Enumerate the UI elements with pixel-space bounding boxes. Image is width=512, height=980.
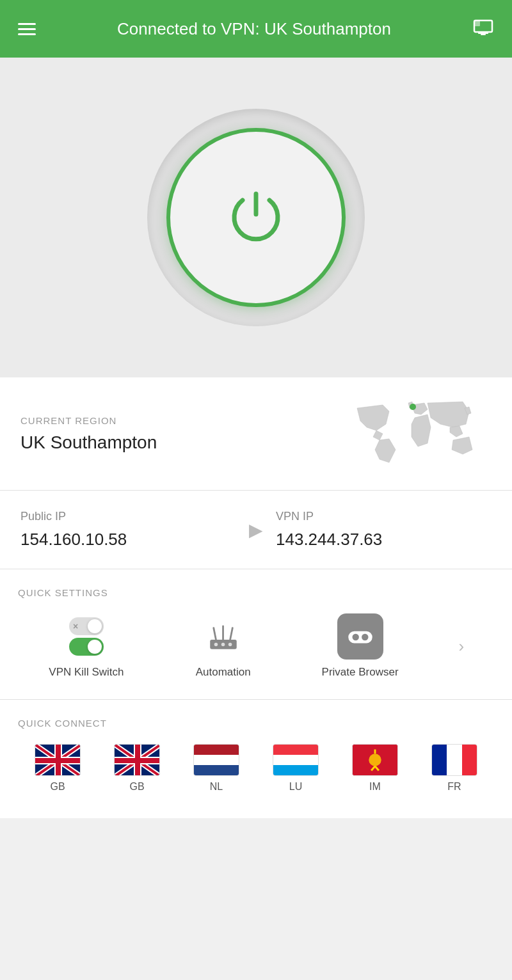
svg-point-36 bbox=[369, 754, 381, 766]
world-map bbox=[351, 395, 492, 472]
svg-rect-25 bbox=[56, 745, 61, 776]
quick-connect-label: QUICK CONNECT bbox=[18, 718, 494, 729]
quick-settings-section: QUICK SETTINGS VPN Kill Switch bbox=[0, 569, 512, 700]
power-button[interactable] bbox=[166, 128, 346, 307]
svg-rect-1 bbox=[478, 32, 488, 34]
header-title: Connected to VPN: UK Southampton bbox=[36, 19, 472, 39]
svg-point-5 bbox=[410, 404, 416, 410]
region-name: UK Southampton bbox=[20, 432, 157, 453]
svg-point-8 bbox=[221, 643, 225, 647]
private-browser-item[interactable]: Private Browser bbox=[316, 613, 405, 679]
flag-item-im[interactable]: IM bbox=[352, 744, 398, 793]
svg-line-10 bbox=[214, 628, 216, 640]
svg-rect-34 bbox=[135, 745, 140, 776]
power-section bbox=[0, 58, 512, 377]
flag-item-gb2[interactable]: GB bbox=[114, 744, 160, 793]
screen-cast-icon[interactable] bbox=[472, 16, 494, 42]
svg-rect-16 bbox=[358, 636, 361, 638]
flag-nl bbox=[193, 744, 239, 776]
flag-item-nl[interactable]: NL bbox=[193, 744, 239, 793]
flag-label-lu: LU bbox=[289, 781, 302, 793]
svg-rect-2 bbox=[481, 34, 486, 35]
public-ip-block: Public IP 154.160.10.58 bbox=[20, 510, 236, 549]
region-label: CURRENT REGION bbox=[20, 415, 157, 426]
flag-gb2 bbox=[114, 744, 160, 776]
quick-settings-row: VPN Kill Switch Automation bbox=[18, 613, 494, 679]
router-icon bbox=[200, 613, 246, 660]
kill-switch-item[interactable]: VPN Kill Switch bbox=[42, 613, 131, 679]
public-ip-label: Public IP bbox=[20, 510, 236, 523]
svg-rect-14 bbox=[352, 634, 358, 640]
toggle-off bbox=[69, 617, 104, 635]
svg-rect-3 bbox=[474, 20, 480, 26]
hamburger-button[interactable] bbox=[18, 23, 36, 35]
app-header: Connected to VPN: UK Southampton bbox=[0, 0, 512, 58]
ip-section: Public IP 154.160.10.58 ▶ VPN IP 143.244… bbox=[0, 491, 512, 569]
flag-fr bbox=[431, 744, 477, 776]
svg-rect-15 bbox=[362, 634, 368, 640]
flag-item-fr[interactable]: FR bbox=[431, 744, 477, 793]
flags-row: GB GB bbox=[18, 744, 494, 793]
flag-lu bbox=[273, 744, 319, 776]
flag-gb1 bbox=[35, 744, 81, 776]
vpn-ip-label: VPN IP bbox=[276, 510, 492, 523]
vpn-ip-block: VPN IP 143.244.37.63 bbox=[276, 510, 492, 549]
flag-label-im: IM bbox=[369, 781, 381, 793]
flag-item-gb1[interactable]: GB bbox=[35, 744, 81, 793]
toggle-on bbox=[69, 638, 104, 656]
flag-label-gb1: GB bbox=[50, 781, 65, 793]
automation-label: Automation bbox=[196, 666, 251, 679]
kill-switch-toggles bbox=[69, 617, 104, 656]
svg-point-7 bbox=[214, 643, 218, 647]
quick-settings-more-arrow[interactable]: › bbox=[452, 636, 470, 656]
svg-point-9 bbox=[228, 643, 232, 647]
flag-label-gb2: GB bbox=[129, 781, 144, 793]
power-outer-ring bbox=[147, 109, 365, 326]
flag-im bbox=[352, 744, 398, 776]
automation-item[interactable]: Automation bbox=[179, 613, 268, 679]
private-browser-label: Private Browser bbox=[322, 666, 399, 679]
private-browser-icon bbox=[337, 613, 383, 660]
public-ip-value: 154.160.10.58 bbox=[20, 530, 236, 549]
region-section: CURRENT REGION UK Southampton bbox=[0, 377, 512, 491]
svg-line-12 bbox=[230, 628, 232, 640]
browser-badge bbox=[337, 613, 383, 660]
flag-label-nl: NL bbox=[210, 781, 223, 793]
vpn-ip-value: 143.244.37.63 bbox=[276, 530, 492, 549]
flag-label-fr: FR bbox=[447, 781, 461, 793]
flag-item-lu[interactable]: LU bbox=[273, 744, 319, 793]
kill-switch-label: VPN Kill Switch bbox=[49, 666, 124, 679]
kill-switch-icon bbox=[63, 613, 109, 660]
quick-settings-label: QUICK SETTINGS bbox=[18, 587, 494, 598]
ip-arrow-icon: ▶ bbox=[236, 519, 276, 541]
quick-connect-section: QUICK CONNECT GB bbox=[0, 700, 512, 818]
region-info: CURRENT REGION UK Southampton bbox=[20, 415, 157, 453]
